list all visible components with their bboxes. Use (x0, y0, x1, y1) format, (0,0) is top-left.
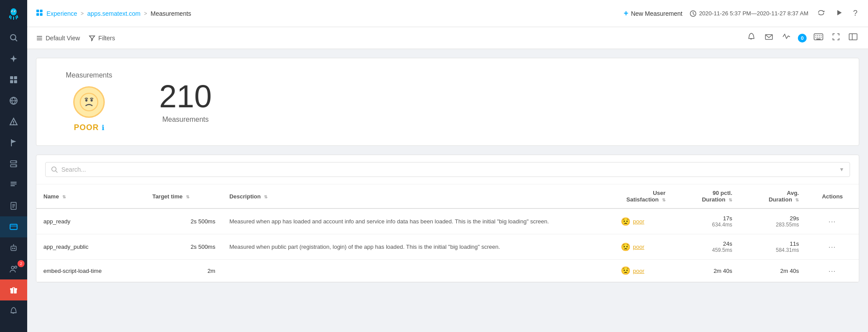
poor-link-1[interactable]: poor (633, 244, 644, 250)
poor-link-0[interactable]: poor (633, 218, 644, 225)
svg-point-19 (15, 162, 16, 162)
cell-target-1: 2s 500ms (145, 234, 222, 260)
cell-actions-1[interactable]: ··· (806, 234, 859, 260)
activity-icon[interactable] (780, 31, 793, 45)
svg-point-15 (13, 124, 14, 124)
badge-count[interactable]: 0 (798, 34, 807, 42)
poor-info-icon[interactable]: ℹ (102, 124, 104, 132)
svg-rect-11 (14, 80, 17, 83)
sidebar-gift[interactable] (0, 279, 27, 300)
sidebar-flag[interactable] (0, 132, 27, 153)
table-section: ▼ Name ⇅ Target time ⇅ (36, 155, 859, 283)
cell-name-0: app_ready (36, 208, 145, 234)
sidebar-dashboards[interactable] (0, 69, 27, 90)
svg-point-69 (52, 167, 56, 171)
cell-pctl-2: 2m 40s (672, 260, 739, 282)
sort-icon-avg: ⇅ (795, 198, 799, 202)
table-row: app_ready 2s 500ms Measured when app has… (36, 208, 859, 234)
table-row: app_ready_public 2s 500ms Measured when … (36, 234, 859, 260)
cell-actions-0[interactable]: ··· (806, 208, 859, 234)
panel-icon[interactable] (847, 32, 859, 44)
svg-point-34 (13, 244, 14, 245)
col-avg[interactable]: Avg.Duration ⇅ (739, 184, 806, 208)
svg-point-4 (12, 11, 13, 12)
search-input[interactable] (61, 166, 836, 173)
toolbar-right: 0 (745, 31, 859, 45)
sort-icon-pctl: ⇅ (729, 198, 732, 202)
app-logo[interactable] (0, 0, 27, 27)
cell-pctl-0: 17s 634.4ms (672, 208, 739, 234)
breadcrumb-sep-1: > (81, 11, 84, 17)
breadcrumb-sep-2: > (144, 11, 147, 17)
sidebar-infrastructure[interactable] (0, 153, 27, 174)
filters-label: Filters (98, 35, 115, 42)
col-name[interactable]: Name ⇅ (36, 184, 145, 208)
summary-card: Measurements (36, 58, 859, 146)
refresh-button[interactable] (815, 7, 827, 20)
col-actions: Actions (806, 184, 859, 208)
sidebar-users[interactable]: 2 (0, 258, 27, 279)
svg-marker-48 (837, 10, 842, 15)
svg-rect-42 (40, 10, 43, 12)
sidebar: 2 (0, 0, 27, 332)
poor-link-2[interactable]: poor (633, 268, 644, 274)
breadcrumb-app[interactable]: apps.sematext.com (87, 10, 140, 17)
sidebar-search[interactable] (0, 27, 27, 48)
sidebar-robot[interactable] (0, 237, 27, 258)
col-description[interactable]: Description ⇅ (222, 184, 592, 208)
col-satisfaction[interactable]: UserSatisfaction ⇅ (592, 184, 672, 208)
table-row: embed-script-load-time 2m 😟 poor 2m 40s … (36, 260, 859, 282)
sidebar-notifications[interactable] (0, 300, 27, 321)
breadcrumb-icon (36, 9, 43, 18)
svg-rect-30 (11, 246, 16, 251)
col-pctl[interactable]: 90 pctl.Duration ⇅ (672, 184, 739, 208)
cell-pctl-1: 24s 459.5ms (672, 234, 739, 260)
sidebar-experience-active[interactable] (0, 216, 27, 237)
svg-line-7 (15, 39, 18, 42)
summary-status: Measurements (54, 71, 124, 132)
sidebar-alerts[interactable] (0, 111, 27, 132)
svg-rect-22 (11, 184, 17, 184)
svg-point-1 (11, 8, 17, 15)
cell-target-0: 2s 500ms (145, 208, 222, 234)
sort-icon-desc: ⇅ (264, 194, 267, 199)
new-measurement-label: New Measurement (631, 10, 683, 17)
new-measurement-button[interactable]: + New Measurement (624, 9, 683, 18)
time-range-selector[interactable]: 2020-11-26 5:37 PM—2020-11-27 8:37 AM (690, 10, 808, 17)
svg-rect-41 (36, 10, 39, 12)
svg-point-35 (11, 266, 14, 269)
filters-button[interactable]: Filters (89, 35, 115, 42)
help-button[interactable]: ? (851, 7, 859, 20)
svg-point-20 (15, 166, 16, 166)
svg-point-31 (12, 248, 14, 249)
breadcrumb-experience[interactable]: Experience (46, 10, 77, 17)
sidebar-launches[interactable] (0, 48, 27, 69)
play-button[interactable] (834, 7, 844, 20)
sort-icon-sat: ⇅ (662, 198, 665, 202)
main-content: Experience > apps.sematext.com > Measure… (27, 0, 868, 332)
sidebar-experience[interactable] (0, 90, 27, 111)
col-target-time[interactable]: Target time ⇅ (145, 184, 222, 208)
sidebar-reports[interactable] (0, 195, 27, 216)
svg-rect-28 (10, 224, 17, 230)
svg-rect-9 (14, 76, 17, 79)
svg-line-47 (693, 14, 694, 15)
search-input-wrap[interactable]: ▼ (45, 162, 850, 177)
cell-name-1: app_ready_public (36, 234, 145, 260)
sort-icon-target: ⇅ (186, 194, 189, 199)
sidebar-logs[interactable] (0, 174, 27, 195)
default-view-button[interactable]: Default View (36, 35, 80, 42)
sort-icon-name: ⇅ (62, 194, 66, 199)
svg-rect-10 (10, 80, 13, 83)
notifications-icon[interactable] (745, 31, 758, 45)
keyboard-icon[interactable] (812, 32, 825, 44)
cell-actions-2[interactable]: ··· (806, 260, 859, 282)
satisfaction-icon (73, 86, 105, 118)
cell-sat-1: 😟 poor (592, 234, 672, 260)
mail-icon[interactable] (763, 31, 775, 45)
svg-rect-8 (10, 76, 13, 79)
svg-rect-21 (11, 182, 17, 183)
cell-desc-2 (222, 260, 592, 282)
fullscreen-icon[interactable] (830, 31, 842, 45)
poor-label: POOR ℹ (74, 123, 104, 132)
